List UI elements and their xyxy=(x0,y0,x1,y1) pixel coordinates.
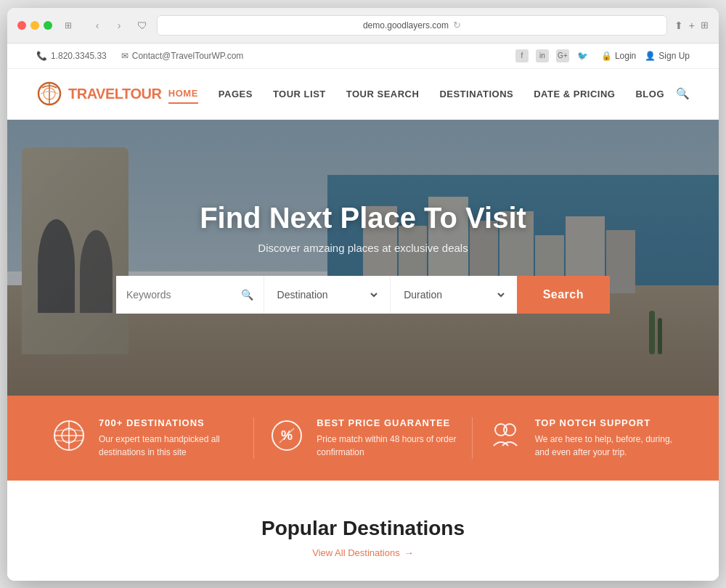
instagram-icon[interactable]: in xyxy=(536,49,549,62)
address-bar[interactable]: demo.goodlayers.com ↻ xyxy=(157,15,667,36)
duration-select[interactable]: Duration xyxy=(401,288,507,301)
feature-destinations-desc: Our expert team handpicked all destinati… xyxy=(99,433,239,459)
feature-destinations-text: 700+ DESTINATIONS Our expert team handpi… xyxy=(99,417,239,459)
twitter-icon[interactable]: 🐦 xyxy=(576,49,590,62)
logo[interactable]: TRAVELTOUR xyxy=(36,81,161,107)
phone-icon: 📞 xyxy=(36,51,47,61)
popular-title: Popular Destinations xyxy=(36,517,690,540)
view-all-destinations-link[interactable]: View All Destinations → xyxy=(312,547,413,558)
person-icon: 👤 xyxy=(645,51,656,61)
top-bar-right: f in G+ 🐦 🔒 Login 👤 Sign Up xyxy=(515,49,690,62)
nav-home[interactable]: HOME xyxy=(168,84,198,104)
feature-price-desc: Price match within 48 hours of order con… xyxy=(317,433,457,459)
top-bar-left: 📞 1.820.3345.33 ✉ Contact@TravelTourWP.c… xyxy=(36,51,243,61)
duration-field-wrap: Duration xyxy=(391,276,517,314)
destination-field-wrap: Destination xyxy=(264,276,391,314)
keywords-field-wrap: 🔍 xyxy=(116,276,264,314)
hero-content: Find Next Place To Visit Discover amzain… xyxy=(200,202,526,254)
email-contact: ✉ Contact@TravelTourWP.com xyxy=(121,51,244,61)
top-bar: 📞 1.820.3345.33 ✉ Contact@TravelTourWP.c… xyxy=(7,44,719,69)
keywords-input[interactable] xyxy=(126,289,235,301)
nav-pages[interactable]: PAGES xyxy=(219,85,253,103)
logo-text: TRAVELTOUR xyxy=(68,86,161,102)
email-address: Contact@TravelTourWP.com xyxy=(132,51,244,61)
destinations-icon xyxy=(51,417,87,454)
forward-button[interactable]: › xyxy=(110,17,128,34)
share-icon[interactable]: ⬆ xyxy=(674,20,683,31)
social-links: f in G+ 🐦 xyxy=(515,49,590,62)
nav-destinations[interactable]: DESTINATIONS xyxy=(439,85,513,103)
shield-icon: 🛡 xyxy=(135,18,150,33)
features-bar: 700+ DESTINATIONS Our expert team handpi… xyxy=(7,396,719,481)
hero-subtitle: Discover amzaing places at exclusive dea… xyxy=(200,242,526,254)
arrow-icon: → xyxy=(404,547,414,558)
close-window-button[interactable] xyxy=(17,21,26,30)
website-content: 📞 1.820.3345.33 ✉ Contact@TravelTourWP.c… xyxy=(7,44,719,581)
feature-destinations-title: 700+ DESTINATIONS xyxy=(99,417,239,428)
phone-number: 1.820.3345.33 xyxy=(51,51,107,61)
phone-contact: 📞 1.820.3345.33 xyxy=(36,51,107,61)
minimize-window-button[interactable] xyxy=(30,21,39,30)
main-navigation: TRAVELTOUR HOME PAGES TOUR LIST TOUR SEA… xyxy=(7,69,719,120)
window-controls xyxy=(17,21,52,30)
search-button[interactable]: Search xyxy=(517,276,610,314)
lock-icon: 🔒 xyxy=(601,51,612,61)
grid-view-icon[interactable]: ⊞ xyxy=(60,17,77,34)
url-text: demo.goodlayers.com xyxy=(363,20,449,30)
price-icon: % xyxy=(269,417,305,454)
login-label: Login xyxy=(615,51,636,61)
search-input-icon: 🔍 xyxy=(241,289,253,301)
signup-link[interactable]: 👤 Sign Up xyxy=(645,51,690,61)
email-icon: ✉ xyxy=(121,51,129,61)
feature-support-title: TOP NOTCH SUPPORT xyxy=(535,417,675,428)
browser-chrome: ⊞ ‹ › 🛡 demo.goodlayers.com ↻ ⬆ + ⊞ xyxy=(7,8,719,44)
browser-navigation: ‹ › xyxy=(89,17,128,34)
new-tab-icon[interactable]: + xyxy=(689,20,695,31)
feature-support-text: TOP NOTCH SUPPORT We are here to help, b… xyxy=(535,417,675,459)
view-all-label: View All Destinations xyxy=(312,547,399,558)
svg-point-10 xyxy=(504,424,515,436)
support-icon xyxy=(487,417,523,454)
feature-support-desc: We are here to help, before, during, and… xyxy=(535,433,675,459)
login-link[interactable]: 🔒 Login xyxy=(601,51,636,61)
hero-overlay xyxy=(7,120,719,396)
nav-links: HOME PAGES TOUR LIST TOUR SEARCH DESTINA… xyxy=(168,84,664,104)
logo-text-travel: TRAVEL xyxy=(68,86,122,102)
nav-date-pricing[interactable]: DATE & PRICING xyxy=(534,85,615,103)
hero-title: Find Next Place To Visit xyxy=(200,202,526,234)
reload-icon[interactable]: ↻ xyxy=(453,20,461,30)
logo-icon xyxy=(36,81,62,107)
popular-section: Popular Destinations View All Destinatio… xyxy=(7,481,719,581)
destination-select[interactable]: Destination xyxy=(274,288,380,301)
browser-window: ⊞ ‹ › 🛡 demo.goodlayers.com ↻ ⬆ + ⊞ 📞 xyxy=(7,8,719,581)
feature-price: % BEST PRICE GUARANTEE Price match withi… xyxy=(254,417,472,459)
feature-destinations: 700+ DESTINATIONS Our expert team handpi… xyxy=(36,417,254,459)
search-bar: 🔍 Destination Duration Search xyxy=(116,276,610,314)
facebook-icon[interactable]: f xyxy=(515,49,529,62)
browser-actions: ⬆ + ⊞ xyxy=(674,20,709,31)
extensions-icon[interactable]: ⊞ xyxy=(701,20,709,30)
signup-label: Sign Up xyxy=(658,51,690,61)
feature-price-text: BEST PRICE GUARANTEE Price match within … xyxy=(317,417,457,459)
nav-tour-search[interactable]: TOUR SEARCH xyxy=(346,85,420,103)
auth-links: 🔒 Login 👤 Sign Up xyxy=(601,51,690,61)
maximize-window-button[interactable] xyxy=(44,21,52,30)
feature-price-title: BEST PRICE GUARANTEE xyxy=(317,417,457,428)
nav-search-icon[interactable]: 🔍 xyxy=(676,87,690,100)
nav-tour-list[interactable]: TOUR LIST xyxy=(273,85,326,103)
back-button[interactable]: ‹ xyxy=(89,17,106,34)
logo-text-tour: TOUR xyxy=(122,86,161,102)
feature-support: TOP NOTCH SUPPORT We are here to help, b… xyxy=(473,417,690,459)
nav-blog[interactable]: BLOG xyxy=(635,85,664,103)
googleplus-icon[interactable]: G+ xyxy=(556,49,569,62)
hero-section: Find Next Place To Visit Discover amzain… xyxy=(7,120,719,396)
